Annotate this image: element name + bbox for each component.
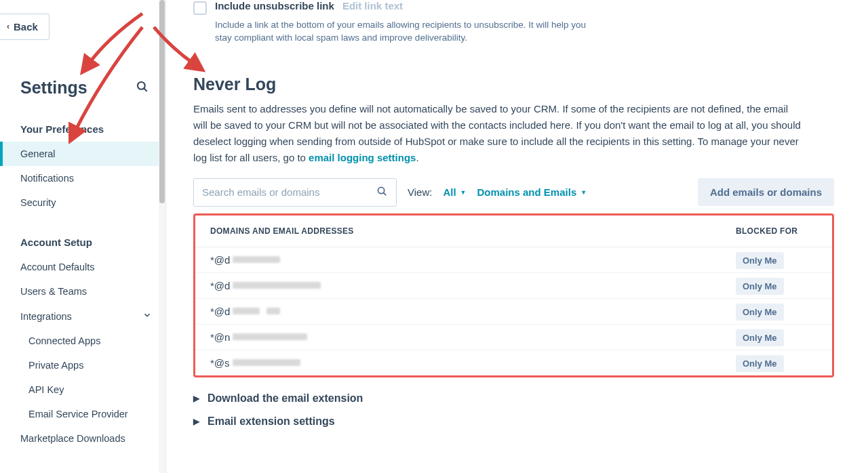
sidebar-item-connected-apps[interactable]: Connected Apps [0, 329, 165, 353]
col-domains-emails: DOMAINS AND EMAIL ADDRESSES [210, 226, 736, 236]
sidebar-item-general[interactable]: General [0, 142, 165, 166]
chevron-left-icon: ‹ [7, 22, 9, 31]
never-log-description: Emails sent to addresses you define will… [193, 101, 804, 166]
sidebar-item-integrations-label: Integrations [20, 311, 72, 322]
svg-point-0 [138, 82, 145, 89]
sidebar-item-marketplace-downloads[interactable]: Marketplace Downloads [0, 426, 165, 451]
redacted-text [233, 256, 280, 263]
never-log-desc-a: Emails sent to addresses you define will… [193, 103, 801, 163]
svg-line-3 [384, 192, 387, 195]
include-unsubscribe-checkbox[interactable] [193, 1, 207, 15]
email-logging-settings-link[interactable]: email logging settings [309, 152, 416, 163]
row-prefix: *@d [210, 280, 230, 291]
include-unsubscribe-help: Include a link at the bottom of your ema… [215, 19, 595, 45]
filter-domains-label: Domains and Emails [477, 186, 577, 198]
filter-all[interactable]: All ▼ [443, 186, 466, 198]
table-row[interactable]: *@n Only Me [195, 325, 832, 350]
blocked-for-badge: Only Me [736, 329, 784, 346]
chevron-down-icon [142, 310, 152, 322]
redacted-text [267, 308, 280, 314]
row-prefix: *@d [210, 254, 230, 266]
include-unsubscribe-label: Include unsubscribe link [215, 0, 334, 12]
sidebar-item-notifications[interactable]: Notifications [0, 166, 165, 190]
redacted-text [233, 333, 307, 340]
redacted-text [233, 308, 260, 314]
expander-label: Email extension settings [208, 415, 335, 428]
view-label: View: [408, 186, 432, 198]
filter-domains-emails[interactable]: Domains and Emails ▼ [477, 186, 587, 198]
row-prefix: *@d [210, 306, 230, 317]
row-prefix: *@n [210, 331, 230, 343]
never-log-desc-b: . [416, 152, 418, 163]
section-your-preferences: Your Preferences [0, 117, 165, 142]
sidebar-item-private-apps[interactable]: Private Apps [0, 353, 165, 377]
search-emails-input[interactable] [202, 186, 358, 198]
row-prefix: *@s [210, 357, 230, 369]
content-area: Include unsubscribe link Edit link text … [166, 0, 868, 473]
table-row[interactable]: *@s Only Me [195, 350, 832, 375]
add-emails-domains-button[interactable]: Add emails or domains [698, 178, 834, 206]
expander-label: Download the email extension [208, 392, 363, 405]
include-unsubscribe-row: Include unsubscribe link Edit link text [193, 0, 834, 15]
never-log-table: DOMAINS AND EMAIL ADDRESSES BLOCKED FOR … [193, 213, 834, 377]
table-row[interactable]: *@d Only Me [195, 247, 832, 273]
never-log-heading: Never Log [193, 75, 834, 94]
redacted-text [233, 282, 321, 289]
expander-extension-settings[interactable]: ▶ Email extension settings [193, 410, 834, 433]
settings-title: Settings [20, 78, 87, 98]
sidebar-item-api-key[interactable]: API Key [0, 377, 165, 402]
filter-all-label: All [443, 186, 456, 198]
sidebar-item-users-teams[interactable]: Users & Teams [0, 279, 165, 304]
blocked-for-badge: Only Me [736, 304, 784, 321]
back-button[interactable]: ‹ Back [0, 14, 50, 40]
col-blocked-for: BLOCKED FOR [736, 226, 817, 236]
svg-line-1 [144, 89, 147, 91]
sidebar: ‹ Back Settings Your Preferences General… [0, 0, 166, 473]
sidebar-item-security[interactable]: Security [0, 190, 165, 215]
caret-down-icon: ▼ [580, 189, 587, 196]
blocked-for-badge: Only Me [736, 278, 784, 295]
blocked-for-badge: Only Me [736, 252, 784, 269]
search-icon[interactable] [136, 80, 149, 96]
svg-point-2 [378, 187, 384, 193]
caret-down-icon: ▼ [460, 189, 467, 196]
caret-right-icon: ▶ [193, 417, 199, 426]
table-header: DOMAINS AND EMAIL ADDRESSES BLOCKED FOR [195, 215, 832, 247]
search-icon[interactable] [376, 186, 388, 199]
scrollbar-thumb[interactable] [159, 0, 165, 203]
sidebar-item-integrations[interactable]: Integrations [0, 304, 165, 329]
edit-link-text-button[interactable]: Edit link text [342, 0, 403, 12]
table-row[interactable]: *@d Only Me [195, 273, 832, 299]
section-account-setup: Account Setup [0, 230, 165, 255]
back-label: Back [14, 21, 38, 33]
table-row[interactable]: *@d Only Me [195, 299, 832, 325]
redacted-text [233, 359, 300, 366]
expander-download-extension[interactable]: ▶ Download the email extension [193, 387, 834, 410]
never-log-controls: View: All ▼ Domains and Emails ▼ Add ema… [193, 178, 834, 207]
sidebar-item-account-defaults[interactable]: Account Defaults [0, 255, 165, 279]
blocked-for-badge: Only Me [736, 355, 784, 372]
caret-right-icon: ▶ [193, 394, 199, 403]
sidebar-item-esp[interactable]: Email Service Provider [0, 402, 165, 426]
search-emails-wrap [193, 178, 397, 207]
